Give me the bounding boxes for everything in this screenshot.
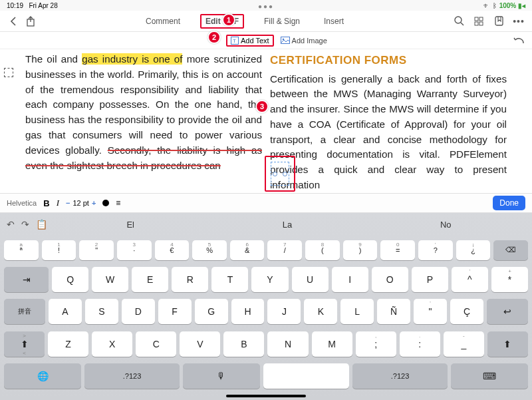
key-G[interactable]: G	[195, 299, 228, 324]
bold-button[interactable]: B	[43, 198, 49, 208]
key-€[interactable]: 4€	[155, 240, 190, 260]
text-column-left[interactable]: The oil and gas industry is one of more …	[25, 52, 262, 193]
symbols-key-left[interactable]: .?123	[84, 363, 179, 389]
globe-key[interactable]: 🌐	[4, 363, 81, 389]
suggestion-1[interactable]: El	[126, 220, 134, 230]
key-S[interactable]: S	[85, 299, 118, 324]
grid-icon[interactable]	[472, 15, 485, 28]
space-key[interactable]	[263, 363, 349, 389]
status-time: 10:19	[7, 2, 23, 9]
key-·[interactable]: 3·	[117, 240, 152, 260]
done-button[interactable]: Done	[493, 196, 525, 210]
add-text-button[interactable]: T Add Text	[226, 35, 274, 47]
suggestion-3[interactable]: No	[440, 220, 452, 230]
key-J[interactable]: J	[267, 299, 301, 324]
key-E[interactable]: E	[132, 267, 168, 292]
key-M[interactable]: M	[312, 331, 352, 357]
undo-icon[interactable]	[512, 34, 525, 47]
share-icon[interactable]	[24, 15, 37, 28]
key-U[interactable]: U	[292, 267, 329, 292]
resize-handle-right[interactable]	[283, 172, 287, 176]
key-"[interactable]: 2"	[79, 240, 114, 260]
svg-rect-3	[479, 17, 483, 21]
dictation-key[interactable]: 🎙	[183, 363, 260, 389]
key-^[interactable]: '^	[452, 267, 488, 292]
key-D[interactable]: D	[122, 299, 155, 324]
key-K[interactable]: K	[304, 299, 337, 324]
key-:[interactable]: .:	[400, 331, 440, 357]
tab-comment[interactable]: Comment	[142, 14, 184, 29]
home-indicator[interactable]	[226, 395, 306, 397]
key-&[interactable]: 6&	[230, 240, 265, 260]
key-"[interactable]: '"	[414, 299, 447, 324]
multitask-dots-icon[interactable]: ●●●	[258, 3, 274, 10]
ime-switch-key[interactable]: 拼音	[4, 299, 45, 324]
keyboard-row-3: >⬆< ZXCVBNM,;.:-_⬆	[4, 331, 528, 357]
bookmark-icon[interactable]	[492, 15, 505, 28]
body-text: more scrutinized businesses in the world…	[25, 53, 262, 156]
key-Ñ[interactable]: Ñ	[377, 299, 410, 324]
increase-size-button[interactable]: +	[92, 199, 96, 207]
redo-key-icon[interactable]: ↷	[21, 219, 29, 230]
key-Y[interactable]: Y	[251, 267, 288, 292]
key-Z[interactable]: Z	[48, 331, 88, 357]
key-P[interactable]: P	[412, 267, 448, 292]
shift-key-left[interactable]: >⬆<	[4, 331, 45, 357]
font-size-stepper[interactable]: − 12 pt +	[66, 199, 96, 207]
key-T[interactable]: T	[211, 267, 248, 292]
dismiss-keyboard-key[interactable]: ⌨	[451, 363, 528, 389]
shift-key-right[interactable]: ⬆	[487, 331, 528, 357]
more-icon[interactable]: •••	[512, 15, 525, 28]
resize-handle-left[interactable]	[273, 172, 277, 176]
textbox-cursor[interactable]	[271, 162, 289, 186]
tab-key[interactable]: ⇥	[4, 267, 49, 292]
search-icon[interactable]	[452, 15, 466, 28]
tab-fill-sign[interactable]: Fill & Sign	[260, 14, 304, 29]
key-)[interactable]: 9)	[343, 240, 378, 260]
key-*[interactable]: +*	[491, 267, 528, 292]
key-X[interactable]: X	[92, 331, 132, 357]
key-?[interactable]: '?	[418, 240, 453, 260]
key-/[interactable]: 7/	[267, 240, 302, 260]
key-V[interactable]: V	[180, 331, 220, 357]
undo-key-icon[interactable]: ↶	[7, 219, 15, 230]
key-W[interactable]: W	[92, 267, 128, 292]
italic-button[interactable]: I	[57, 198, 59, 208]
key-;[interactable]: ,;	[356, 331, 396, 357]
key-([interactable]: 8(	[305, 240, 340, 260]
key-%[interactable]: 5%	[192, 240, 227, 260]
decrease-size-button[interactable]: −	[66, 199, 70, 207]
key-Q[interactable]: Q	[52, 267, 88, 292]
key-⌫[interactable]: ⌫	[493, 240, 528, 260]
key-¿[interactable]: ¡¿	[456, 240, 491, 260]
key-C[interactable]: C	[136, 331, 176, 357]
key-B[interactable]: B	[223, 331, 264, 357]
clipboard-icon[interactable]: 📋	[36, 219, 47, 230]
symbols-key-right[interactable]: .?123	[352, 363, 447, 389]
text-column-right[interactable]: CERTIFICATION FORMS Certification is gen…	[270, 52, 507, 193]
align-button[interactable]: ≡	[116, 198, 120, 208]
key-=[interactable]: 0=	[380, 240, 415, 260]
key-O[interactable]: O	[372, 267, 408, 292]
document-canvas[interactable]: The oil and gas industry is one of more …	[0, 49, 532, 193]
key-![interactable]: 1!	[42, 240, 76, 260]
key-F[interactable]: F	[158, 299, 192, 324]
key-L[interactable]: L	[340, 299, 374, 324]
key-Ç[interactable]: Ç	[450, 299, 483, 324]
key-ª[interactable]: aª	[4, 240, 39, 260]
key-H[interactable]: H	[231, 299, 265, 324]
add-image-button[interactable]: Add Image	[281, 37, 327, 45]
key-I[interactable]: I	[332, 267, 368, 292]
key-_[interactable]: -_	[444, 331, 484, 357]
return-key[interactable]: ↩	[487, 299, 528, 324]
tab-insert[interactable]: Insert	[320, 14, 348, 29]
key-R[interactable]: R	[172, 267, 208, 292]
text-color-button[interactable]	[102, 200, 109, 206]
keyboard-row-1: ⇥ QWERTYUIOP'^+*	[4, 267, 528, 292]
suggestion-2[interactable]: La	[283, 220, 292, 230]
section-heading: CERTIFICATION FORMS	[270, 52, 507, 69]
key-N[interactable]: N	[267, 331, 308, 357]
back-button[interactable]	[7, 15, 20, 28]
font-family-selector[interactable]: Helvetica	[7, 199, 37, 207]
key-A[interactable]: A	[49, 299, 82, 324]
